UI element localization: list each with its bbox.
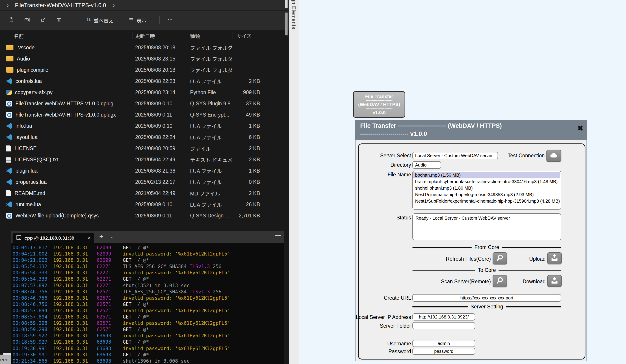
column-header-type[interactable]: 種類: [190, 32, 200, 39]
file-row[interactable]: properties.lua 2025/02/13 22:17 LUA ファイル…: [0, 176, 270, 188]
file-date: 2024/08/08 20:59: [132, 145, 187, 152]
share-icon: [40, 17, 46, 24]
dialog-title: File Transfer ------------------------ (…: [360, 122, 573, 130]
file-type: ファイル フォルダー: [187, 44, 232, 51]
create-url-input[interactable]: https://xxx.xxx.xxx.xxx:port: [412, 294, 561, 302]
file-row[interactable]: controls.lua 2025/08/08 22:23 LUA ファイル 2…: [0, 76, 270, 87]
download-button[interactable]: [547, 275, 562, 287]
file-type: MD ファイル: [187, 189, 232, 197]
log-line: 00:07:57.892 192.168.0.31 62271 shut(135…: [13, 283, 284, 289]
password-input[interactable]: password: [412, 348, 475, 355]
file-date: 2025/08/09 0:10: [132, 202, 187, 207]
column-header-size[interactable]: サイズ: [237, 32, 251, 39]
file-size: 0 KB: [232, 179, 262, 185]
server-folder-input[interactable]: [412, 322, 475, 329]
username-input[interactable]: admin: [412, 340, 475, 347]
sort-arrows-icon: [86, 17, 91, 24]
log-line: 00:19:30.991 192.168.0.31 63693 invalid …: [13, 345, 284, 352]
file-size: 2 KB: [232, 190, 262, 196]
file-date: 2025/08/08 23:14: [132, 89, 187, 95]
view-menu-button[interactable]: 表示 ⌄: [128, 17, 152, 24]
file-date: 2025/08/08 21:36: [132, 168, 187, 174]
column-header-date[interactable]: 更新日時: [135, 32, 155, 39]
file-size: 6 KB: [232, 134, 262, 140]
dialog-file-item[interactable]: bochan.mp3 (1.56 MB): [413, 172, 560, 178]
upload-button[interactable]: [547, 252, 562, 264]
rename-button[interactable]: A: [22, 15, 32, 25]
log-line: 00:05:54.333 192.168.0.31 62271 invalid …: [13, 270, 284, 276]
file-size: 2 KB: [232, 78, 262, 84]
file-date: 2025/08/09 0:11: [132, 213, 187, 219]
minimize-icon[interactable]: —: [275, 232, 281, 239]
breadcrumb-chevron-icon[interactable]: ›: [113, 2, 115, 8]
file-row[interactable]: FileTransfer-WebDAV-HTTPS-v1.0.0.qplugx …: [0, 109, 270, 120]
delete-button[interactable]: [54, 15, 64, 25]
directory-input[interactable]: Audio: [412, 161, 441, 169]
file-type: LUA ファイル: [187, 167, 232, 175]
terminal-tab[interactable]: cpp @ 192.168.0.31:39 ✕: [13, 233, 94, 243]
canvas-pane-divider: [593, 0, 593, 364]
close-icon[interactable]: ✖: [577, 125, 583, 132]
explorer-scrollbar[interactable]: [285, 0, 288, 222]
breadcrumb-chevron-icon: ›: [7, 2, 9, 8]
test-connection-button[interactable]: [547, 150, 561, 162]
column-divider[interactable]: [132, 32, 132, 39]
terminal-log-output[interactable]: 00:04:17.817 192.168.0.31 62099 GET / @*…: [11, 243, 284, 364]
file-row[interactable]: Audio 2025/08/08 23:15 ファイル フォルダー: [0, 53, 270, 64]
column-header-name[interactable]: 名前: [14, 32, 24, 39]
file-type: LUA ファイル: [187, 178, 232, 186]
file-name-list[interactable]: bochan.mp3 (1.56 MB)brain-implant-cyberp…: [412, 171, 561, 209]
column-divider[interactable]: [232, 32, 233, 39]
server-select-input[interactable]: Local Server - Custom WebDAV server: [412, 152, 498, 159]
more-options-button[interactable]: [165, 15, 175, 25]
dialog-title-bar[interactable]: File Transfer ------------------------ (…: [355, 120, 587, 140]
dialog-file-item[interactable]: shohei ohtani.mp3 (1.80 MB): [413, 185, 560, 191]
dialog-file-item[interactable]: Nest1/cinematic-hip-hop-vlog-music-34985…: [413, 191, 560, 198]
tab-dropdown-icon[interactable]: ⌄: [110, 234, 114, 239]
file-row[interactable]: plugincompile 2025/08/08 20:18 ファイル フォルダ…: [0, 64, 270, 76]
download-icon: [550, 276, 559, 286]
file-size: 1 KB: [232, 123, 262, 129]
file-row[interactable]: README.md 2021/05/04 22:49 MD ファイル 2 KB: [0, 188, 270, 199]
tab-close-icon[interactable]: ✕: [87, 235, 91, 241]
terminal-window: cpp @ 192.168.0.31:39 ✕ + ⌄ — 00:04:17.8…: [11, 231, 284, 364]
dialog-file-item[interactable]: Nest1/SubFolder/experimental-cinematic-h…: [413, 198, 560, 204]
log-line: 00:04:17.817 192.168.0.31 62099 GET / @*: [13, 244, 284, 251]
share-button[interactable]: [38, 15, 48, 25]
background-window-title[interactable]: een: [0, 355, 11, 364]
file-row[interactable]: FileTransfer-WebDAV-HTTPS-v1.0.0.qplug 2…: [0, 98, 270, 109]
plugin-schematic-block[interactable]: File Transfer ----------------------- (W…: [353, 91, 405, 118]
log-line: 00:18:59.927 192.168.0.31 63693 GET / @*: [13, 339, 284, 345]
file-name: controls.lua: [15, 78, 42, 84]
local-server-ip-input[interactable]: http://192.168.0.31:3923/: [412, 313, 475, 321]
column-divider[interactable]: [263, 32, 263, 39]
sort-menu-button[interactable]: 並べ替え ⌄: [86, 17, 118, 24]
log-line: 00:05:54.333 192.168.0.31 62271 GET / @*: [13, 276, 284, 282]
dialog-file-item[interactable]: brain-implant-cyberpunk-sci-fi-trailer-a…: [413, 178, 560, 185]
file-row[interactable]: copyparty-sfx.py 2025/08/08 23:14 Python…: [0, 87, 270, 98]
file-row[interactable]: LICENSE(QSC).txt 2021/05/04 22:49 テキスト ド…: [0, 154, 270, 165]
file-icon: [6, 190, 11, 196]
svg-text:A: A: [26, 18, 28, 21]
scrollbar-thumb[interactable]: [285, 13, 288, 36]
file-row[interactable]: info.lua 2025/08/09 0:10 LUA ファイル 1 KB: [0, 120, 270, 132]
paste-button[interactable]: [6, 15, 17, 25]
new-tab-button[interactable]: +: [99, 233, 103, 241]
file-size: 49 KB: [232, 112, 262, 118]
file-size: 37 KB: [232, 101, 262, 107]
file-row[interactable]: WebDAV file upload(Complete).qsys 2025/0…: [0, 210, 270, 221]
download-label: Download: [490, 279, 546, 285]
file-row[interactable]: LICENSE 2024/08/08 20:59 ファイル 2 KB: [0, 143, 270, 154]
folder-icon: [6, 67, 13, 73]
background-window-fragment: een: [0, 353, 11, 364]
qsys-icon: [6, 101, 12, 106]
file-row[interactable]: layout.lua 2025/08/08 22:24 LUA ファイル 6 K…: [0, 132, 270, 143]
file-row[interactable]: runtime.lua 2025/08/09 0:10 LUA ファイル 26 …: [0, 199, 270, 210]
file-row[interactable]: plugin.lua 2025/08/08 21:36 LUA ファイル 1 K…: [0, 165, 270, 176]
file-row[interactable]: .vscode 2025/08/08 20:18 ファイル フォルダー: [0, 42, 270, 53]
scrollbar-track-top[interactable]: [285, 0, 288, 8]
breadcrumb-folder-name[interactable]: FileTransfer-WebDAV-HTTPS-v1.0.0: [15, 2, 106, 8]
lua-icon: [6, 168, 12, 174]
file-size: 2,701 KB: [232, 213, 262, 219]
textfile-icon: [6, 157, 11, 163]
